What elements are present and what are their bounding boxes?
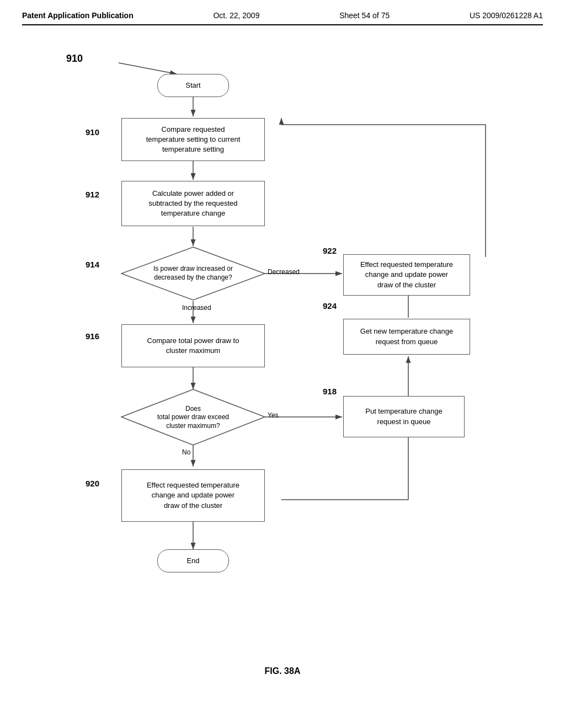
- node-922-number: 922: [323, 246, 337, 255]
- figure-caption: FIG. 38A: [22, 666, 543, 676]
- node-924: Get new temperature change request from …: [343, 319, 470, 355]
- node-922: Effect requested temperature change and …: [343, 254, 470, 296]
- decreased-label: Decreased: [268, 268, 300, 276]
- yes-label: Yes: [268, 411, 279, 419]
- node-912: Calculate power added or subtracted by t…: [121, 181, 265, 226]
- page-header: Patent Application Publication Oct. 22, …: [22, 11, 543, 25]
- node-918: Put temperature change request in queue: [343, 396, 465, 437]
- header-date: Oct. 22, 2009: [213, 11, 259, 20]
- node-920: Effect requested temperature change and …: [121, 469, 265, 522]
- node-912-number: 912: [86, 190, 99, 199]
- end-node: End: [157, 549, 229, 572]
- flow-main-number: 910: [66, 53, 83, 65]
- node-916: Compare total power draw to cluster maxi…: [121, 324, 265, 367]
- no-label: No: [182, 448, 190, 456]
- node-914-number: 914: [86, 260, 99, 269]
- increased-label: Increased: [182, 304, 211, 312]
- header-patent-number: US 2009/0261228 A1: [470, 11, 543, 20]
- node-910: Compare requested temperature setting to…: [121, 118, 265, 161]
- node-diamond2: Doestotal power draw exceedcluster maxim…: [120, 388, 266, 446]
- header-sheet: Sheet 54 of 75: [339, 11, 390, 20]
- arrows-layer: [22, 42, 543, 682]
- node-914-diamond: Is power draw increased or decreased by …: [120, 246, 266, 301]
- node-920-number: 920: [86, 479, 99, 488]
- start-node: Start: [157, 74, 229, 97]
- header-publication-label: Patent Application Publication: [22, 11, 134, 20]
- node-918-number: 918: [323, 387, 337, 396]
- page: Patent Application Publication Oct. 22, …: [0, 0, 565, 728]
- svg-line-1: [119, 63, 177, 74]
- node-924-number: 924: [323, 301, 337, 311]
- flowchart-diagram: 910: [22, 42, 543, 682]
- node-910-number: 910: [86, 127, 99, 137]
- node-916-number: 916: [86, 331, 99, 341]
